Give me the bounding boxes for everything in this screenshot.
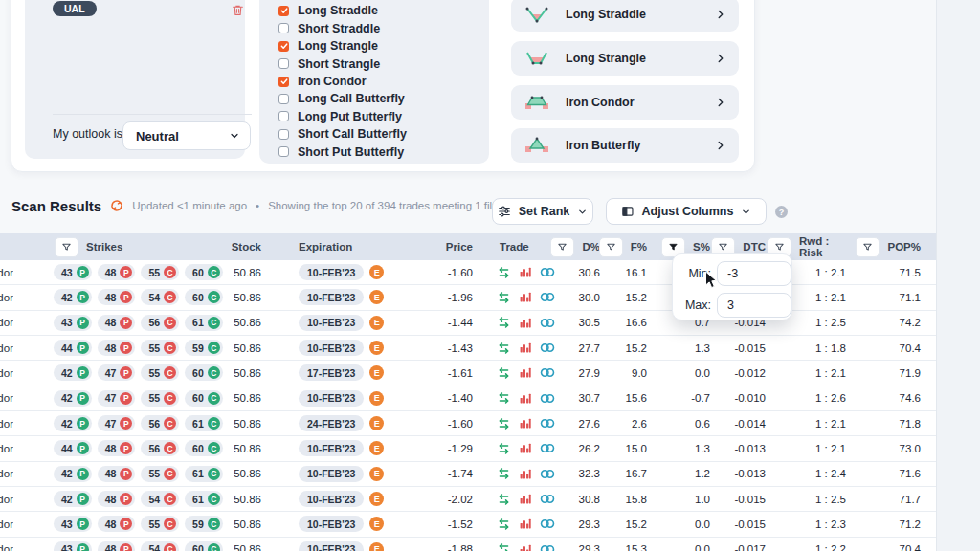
strike-badge: 60C <box>185 264 223 280</box>
link-icon[interactable] <box>540 467 555 481</box>
swap-icon[interactable] <box>496 467 511 481</box>
chart-icon[interactable] <box>518 316 533 330</box>
link-icon[interactable] <box>540 441 555 455</box>
table-row[interactable]: Iron Condor44P48P55C59C50.8610-FEB'23E-1… <box>0 336 936 361</box>
pop-cell: 73.0 <box>852 436 923 460</box>
call-marker-icon: C <box>208 543 220 551</box>
table-row[interactable]: Iron Condor43P48P54C60C50.8610-FEB'23E-1… <box>0 538 936 551</box>
chart-icon[interactable] <box>518 391 533 406</box>
table-row[interactable]: Iron Condor43P48P56C61C50.8610-FEB'23E-1… <box>0 311 936 336</box>
swap-icon[interactable] <box>496 391 511 406</box>
unchecked-checkbox-icon[interactable] <box>278 58 289 69</box>
unchecked-checkbox-icon[interactable] <box>278 146 289 157</box>
chart-icon[interactable] <box>518 290 533 304</box>
link-icon[interactable] <box>540 365 555 380</box>
checked-checkbox-icon[interactable] <box>278 41 289 52</box>
table-row[interactable]: Iron Condor44P48P56C60C50.8610-FEB'23E-1… <box>0 436 936 461</box>
max-input[interactable] <box>717 293 791 318</box>
swap-icon[interactable] <box>496 441 511 455</box>
earnings-icon: E <box>369 341 384 355</box>
strategy-checkbox-item[interactable]: Short Straddle <box>278 20 380 37</box>
table-row[interactable]: Iron Condor43P48P55C59C50.8610-FEB'23E-1… <box>0 512 936 537</box>
trash-icon[interactable] <box>232 3 244 15</box>
strategy-card[interactable]: Iron Condor <box>511 85 739 120</box>
chart-icon[interactable] <box>518 265 533 279</box>
strategy-card[interactable]: Iron Butterfly <box>511 128 739 163</box>
chart-icon[interactable] <box>518 492 533 506</box>
link-icon[interactable] <box>540 290 555 304</box>
link-icon[interactable] <box>540 517 555 531</box>
swap-icon[interactable] <box>496 316 511 330</box>
strike-badge: 55C <box>141 516 179 532</box>
dtc-cell: -0.012 <box>713 361 768 385</box>
link-icon[interactable] <box>540 416 555 430</box>
chart-icon[interactable] <box>518 467 533 481</box>
table-row[interactable]: Iron Condor43P48P55C60C50.8610-FEB'23E-1… <box>0 260 936 285</box>
unchecked-checkbox-icon[interactable] <box>278 94 289 104</box>
put-marker-icon: P <box>120 317 132 329</box>
strategy-checkbox-item[interactable]: Long Put Butterfly <box>278 108 402 125</box>
swap-icon[interactable] <box>496 341 511 355</box>
f-cell: 9.0 <box>603 361 651 385</box>
strategy-card[interactable]: Long Straddle <box>511 0 739 32</box>
earnings-icon: E <box>369 467 384 481</box>
checked-checkbox-icon[interactable] <box>278 77 289 87</box>
swap-icon[interactable] <box>496 492 511 506</box>
d-cell: 30.0 <box>555 285 603 309</box>
help-icon[interactable]: ? <box>775 206 788 218</box>
adjust-columns-button[interactable]: Adjust Columns <box>606 198 767 225</box>
strategy-checkbox-item[interactable]: Long Straddle <box>278 2 378 19</box>
unchecked-checkbox-icon[interactable] <box>278 23 289 33</box>
chart-icon[interactable] <box>518 517 533 531</box>
strategy-checkbox-item[interactable]: Long Strangle <box>278 37 378 55</box>
refresh-icon[interactable] <box>110 199 123 212</box>
unchecked-checkbox-icon[interactable] <box>278 111 289 121</box>
strategy-checkbox-item[interactable]: Short Strangle <box>278 55 380 73</box>
chart-icon[interactable] <box>518 365 533 380</box>
chart-icon[interactable] <box>518 341 533 355</box>
chart-icon[interactable] <box>518 416 533 430</box>
swap-icon[interactable] <box>496 517 511 531</box>
checked-checkbox-icon[interactable] <box>278 6 289 16</box>
table-row[interactable]: Iron Condor42P48P54C61C50.8610-FEB'23E-2… <box>0 487 936 512</box>
link-icon[interactable] <box>540 391 555 406</box>
long-straddle-payoff-icon <box>524 5 549 24</box>
min-input[interactable] <box>717 261 791 286</box>
table-row[interactable]: Iron Condor42P47P55C60C50.8610-FEB'23E-1… <box>0 386 936 411</box>
swap-icon[interactable] <box>496 416 511 430</box>
table-row[interactable]: Iron Condor42P47P55C60C50.8617-FEB'23E-1… <box>0 361 936 386</box>
link-icon[interactable] <box>540 316 555 330</box>
table-row[interactable]: Iron Condor42P48P54C60C50.8610-FEB'23E-1… <box>0 285 936 310</box>
stock-cell: 50.86 <box>220 411 268 435</box>
filter-funnel-icon[interactable] <box>599 237 623 257</box>
filter-funnel-icon[interactable] <box>856 237 880 257</box>
strike-badge: 48P <box>98 466 136 482</box>
outlook-select[interactable]: Neutral <box>122 121 251 150</box>
chart-icon[interactable] <box>518 441 533 455</box>
table-row[interactable]: Iron Condor42P48P55C61C50.8610-FEB'23E-1… <box>0 462 936 487</box>
strategy-card[interactable]: Long Strangle <box>511 41 739 76</box>
swap-icon[interactable] <box>496 365 511 380</box>
strategy-cell: Iron Condor <box>0 361 13 385</box>
swap-icon[interactable] <box>496 265 511 279</box>
link-icon[interactable] <box>540 265 555 279</box>
filter-funnel-icon[interactable] <box>55 237 78 257</box>
strategy-checkbox-item[interactable]: Short Call Butterfly <box>278 125 407 143</box>
swap-icon[interactable] <box>496 542 511 551</box>
swap-icon[interactable] <box>496 290 511 304</box>
filter-funnel-icon[interactable] <box>550 237 574 257</box>
strike-badge: 48P <box>98 264 136 280</box>
link-icon[interactable] <box>540 492 555 506</box>
pop-cell: 71.6 <box>852 462 923 486</box>
set-rank-button[interactable]: Set Rank <box>492 198 593 225</box>
link-icon[interactable] <box>540 341 555 355</box>
strategy-checkbox-item[interactable]: Short Put Butterfly <box>278 143 404 161</box>
iron-butterfly-payoff-icon <box>524 136 549 155</box>
link-icon[interactable] <box>540 542 555 551</box>
table-row[interactable]: Iron Condor42P47P56C61C50.8624-FEB'23E-1… <box>0 411 936 436</box>
chart-icon[interactable] <box>518 542 533 551</box>
strategy-checkbox-item[interactable]: Iron Condor <box>278 73 367 90</box>
unchecked-checkbox-icon[interactable] <box>278 129 289 140</box>
strategy-checkbox-item[interactable]: Long Call Butterfly <box>278 90 405 107</box>
scan-results-bar: Scan Results Updated <1 minute ago • Sho… <box>11 194 505 217</box>
